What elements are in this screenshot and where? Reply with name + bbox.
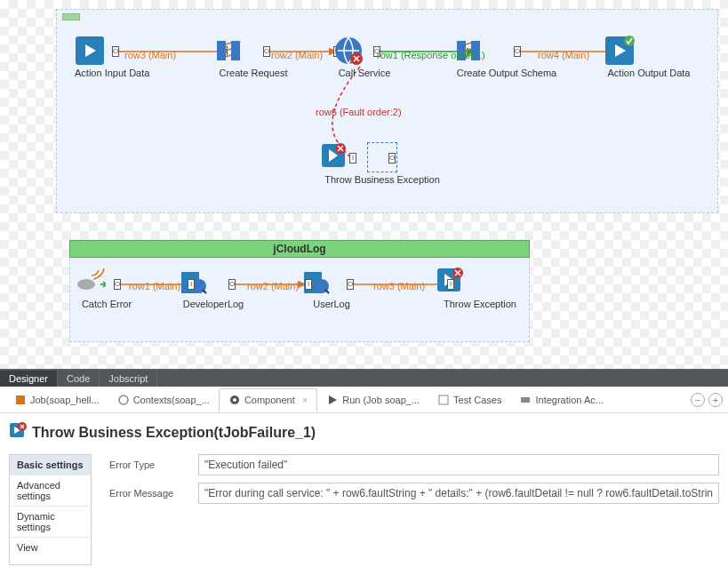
nav-advanced-settings[interactable]: Advanced settings (10, 475, 91, 507)
editor-tabs-bar: Designer Code Jobscript (0, 369, 728, 387)
svg-rect-23 (16, 395, 25, 404)
error-type-input[interactable]: "Execution failed" (198, 454, 719, 475)
component-icon (228, 394, 241, 406)
tab-designer[interactable]: Designer (0, 371, 58, 387)
conn-label: row1 (Main) (129, 281, 180, 292)
tab-contexts[interactable]: Contexts(soap_... (108, 389, 219, 411)
nav-dynamic-settings[interactable]: Dynamic settings (10, 507, 91, 538)
properties-panel: Throw Business Exception(tJobFailure_1) … (0, 413, 728, 565)
tab-run[interactable]: Run (Job soap_... (317, 389, 428, 411)
bottom-tabs-bar: Job(soap_hell... Contexts(soap_... Compo… (0, 387, 728, 413)
properties-nav: Basic settings Advanced settings Dynamic… (9, 454, 92, 565)
play-icon (326, 394, 339, 406)
port: I (447, 279, 454, 290)
conn-label: row2 (Main) (247, 281, 299, 292)
error-type-label: Error Type (109, 459, 198, 470)
minimize-button[interactable]: − (691, 393, 705, 407)
svg-point-13 (624, 36, 635, 46)
svg-rect-27 (439, 395, 448, 404)
error-message-label: Error Message (109, 488, 198, 499)
integration-icon (519, 394, 532, 406)
nav-basic-settings[interactable]: Basic settings (10, 455, 91, 475)
properties-title: Throw Business Exception(tJobFailure_1) (32, 425, 316, 441)
nav-view[interactable]: View (10, 538, 91, 564)
design-canvas[interactable]: jCloudLog M O M O I O M O M I O Actio (0, 0, 728, 369)
node-throw-business-exception[interactable]: Throw Business Exception (320, 142, 444, 185)
input-icon (75, 36, 105, 66)
tab-integration[interactable]: Integration Ac... (510, 389, 612, 411)
job-icon (14, 394, 27, 406)
svg-point-26 (233, 398, 236, 402)
conn-label: row3 (Main) (124, 50, 176, 60)
output-icon (604, 36, 635, 66)
conn-label: row6 (Fault order:2) (316, 107, 402, 117)
tab-code[interactable]: Code (58, 371, 100, 387)
globe-icon (333, 36, 364, 66)
conn-label: row3 (Main) (373, 281, 425, 292)
failure-icon (9, 422, 27, 443)
error-message-input[interactable]: "Error during call service: " + row6.fau… (198, 483, 719, 504)
node-action-output[interactable]: Action Output Data (604, 36, 693, 78)
tab-component[interactable]: Component × (219, 388, 317, 411)
conn-label: row4 (Main) (538, 50, 589, 60)
xml-map-icon (213, 36, 244, 66)
maximize-button[interactable]: + (708, 393, 723, 407)
svg-rect-28 (521, 397, 530, 403)
port: O (114, 279, 121, 290)
svg-point-24 (119, 395, 128, 404)
conn-label: row1 (Response order:1) (377, 50, 485, 60)
port: I (188, 279, 195, 290)
port: O (228, 279, 236, 290)
test-icon (437, 394, 450, 406)
tab-test[interactable]: Test Cases (428, 389, 510, 411)
port: I (305, 279, 312, 290)
tab-job[interactable]: Job(soap_hell... (5, 389, 108, 411)
contexts-icon (117, 394, 130, 406)
failure-icon (320, 142, 347, 169)
port: O (347, 279, 354, 290)
conn-label: row2 (Main) (271, 50, 323, 60)
close-icon[interactable]: × (302, 395, 308, 405)
svg-point-16 (77, 279, 95, 290)
satellite-icon (76, 267, 106, 297)
tab-jobscript[interactable]: Jobscript (100, 371, 157, 387)
